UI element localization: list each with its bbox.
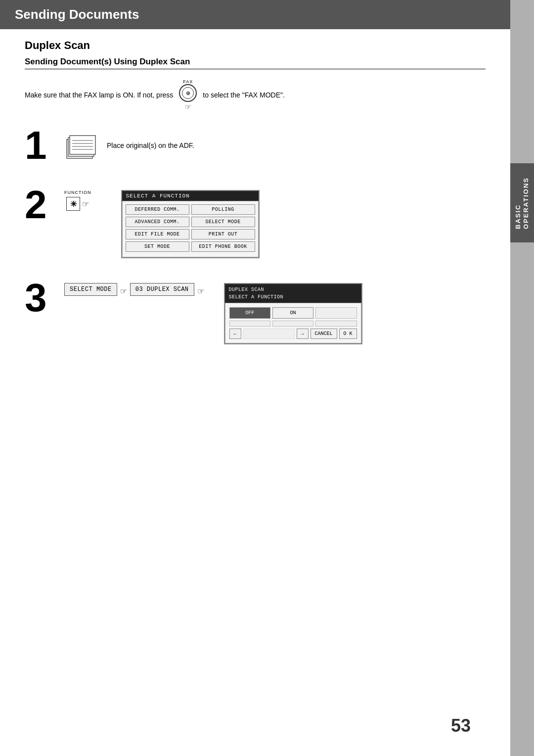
lcd-back-arrow[interactable]: ←	[229, 329, 241, 339]
lcd-header-step3: DUPLEX SCAN SELECT A FUNCTION	[225, 284, 361, 303]
lcd-row3-2	[229, 321, 357, 327]
lcd-btn-edit-phone[interactable]: EDIT PHONE BOOK	[191, 241, 255, 252]
lcd-btn-empty-4	[315, 321, 356, 327]
section-title: Duplex Scan	[25, 39, 486, 52]
duplex-scan-label: 03 DUPLEX SCAN	[135, 286, 189, 293]
fax-label: FAX	[183, 79, 193, 84]
lcd-header-step2: SELECT A FUNCTION	[122, 191, 259, 201]
lcd-footer-space	[243, 329, 295, 339]
lcd-cancel-btn[interactable]: CANCEL	[311, 329, 337, 339]
step-1-number: 1	[25, 126, 64, 165]
lcd-btn-empty-3	[272, 321, 313, 327]
function-button: ✳ ☞	[66, 197, 89, 211]
lcd-btn-off[interactable]: OFF	[229, 307, 270, 319]
step-1-body: Place original(s) on the ADF.	[64, 126, 486, 160]
lcd-ok-btn[interactable]: O K	[339, 329, 357, 339]
lcd-row-2: ADVANCED COMM. SELECT MODE	[126, 217, 255, 227]
step-3-body: SELECT MODE ☞ 03 DUPLEX SCAN ☞ DUPLEX	[64, 278, 486, 344]
select-mode-button[interactable]: SELECT MODE	[64, 283, 117, 296]
lcd-btn-deferred[interactable]: DEFERRED COMM.	[126, 204, 189, 215]
step-2-content: FUNCTION ✳ ☞ SELECT A FUNCTION DEFERRED …	[64, 190, 486, 258]
header-bar: Sending Documents	[0, 0, 510, 29]
lcd-btn-polling[interactable]: POLLING	[191, 204, 255, 215]
lcd-row-4: SET MODE EDIT PHONE BOOK	[126, 241, 255, 252]
lcd-header3-line2: SELECT A FUNCTION	[229, 293, 357, 301]
lcd-btn-edit-file[interactable]: EDIT FILE MODE	[126, 229, 189, 239]
lcd-screen-step2: SELECT A FUNCTION DEFERRED COMM. POLLING…	[121, 190, 260, 258]
adf-paper-svg	[64, 131, 99, 160]
page-number: 53	[451, 715, 471, 736]
svg-rect-2	[70, 136, 95, 154]
asterisk-icon: ✳	[66, 197, 80, 211]
hand-cursor-icon-3a: ☞	[120, 286, 127, 296]
page-title: Sending Documents	[15, 7, 495, 22]
fax-circle: ⊕	[179, 84, 197, 102]
main-content: Sending Documents Duplex Scan Sending Do…	[0, 0, 510, 756]
select-mode-label: SELECT MODE	[70, 286, 112, 293]
step-3-number: 3	[25, 278, 64, 318]
content-area: Duplex Scan Sending Document(s) Using Du…	[0, 39, 510, 344]
lcd-row-3: EDIT FILE MODE PRINT OUT	[126, 229, 255, 239]
step-2-body: FUNCTION ✳ ☞ SELECT A FUNCTION DEFERRED …	[64, 185, 486, 258]
lcd-row3-1: OFF ON	[229, 307, 357, 319]
lcd-footer: ← → CANCEL O K	[229, 329, 357, 339]
intro-text: Make sure that the FAX lamp is ON. If no…	[25, 79, 486, 111]
lcd-btn-select-mode[interactable]: SELECT MODE	[191, 217, 255, 227]
hand-cursor-icon-2: ☞	[82, 199, 89, 209]
step-1-description: Place original(s) on the ADF.	[107, 142, 194, 149]
lcd-header3-line1: DUPLEX SCAN	[229, 286, 357, 293]
step-3-content: SELECT MODE ☞ 03 DUPLEX SCAN ☞ DUPLEX	[64, 283, 486, 344]
duplex-scan-button[interactable]: 03 DUPLEX SCAN	[130, 283, 194, 296]
lcd-body-step3: OFF ON ←	[225, 303, 361, 343]
function-label: FUNCTION	[64, 190, 91, 195]
fax-button-icon: FAX ⊕ ☞	[179, 79, 197, 111]
step-3-buttons: SELECT MODE ☞ 03 DUPLEX SCAN ☞	[64, 283, 204, 296]
lcd-forward-arrow[interactable]: →	[297, 329, 309, 339]
fax-circle-inner: ⊕	[182, 87, 194, 99]
step-2-row: 2 FUNCTION ✳ ☞ SELECT A FUNCTION	[25, 185, 486, 258]
intro-before: Make sure that the FAX lamp is ON. If no…	[25, 91, 173, 99]
step-2-number: 2	[25, 185, 64, 225]
step-3-row: 3 SELECT MODE ☞ 03 DUPLEX SCAN	[25, 278, 486, 344]
adf-icon: Place original(s) on the ADF.	[64, 131, 486, 160]
sidebar-label: BASIC OPERATIONS	[514, 177, 530, 229]
lcd-btn-empty-2	[229, 321, 270, 327]
lcd-btn-advanced[interactable]: ADVANCED COMM.	[126, 217, 189, 227]
lcd-row-1: DEFERRED COMM. POLLING	[126, 204, 255, 215]
cursor-hand-icon: ☞	[185, 103, 191, 111]
intro-after: to select the "FAX MODE".	[203, 91, 285, 99]
step-3-left: SELECT MODE ☞ 03 DUPLEX SCAN ☞	[64, 283, 204, 296]
side-tab-dark: BASIC OPERATIONS	[510, 163, 534, 242]
lcd-screen-step3: DUPLEX SCAN SELECT A FUNCTION OFF ON	[224, 283, 362, 344]
sidebar-label-line1: BASIC	[514, 204, 522, 229]
lcd-btn-set-mode[interactable]: SET MODE	[126, 241, 189, 252]
lcd-btn-on[interactable]: ON	[272, 307, 313, 319]
lcd-body-step2: DEFERRED COMM. POLLING ADVANCED COMM. SE…	[122, 201, 259, 257]
side-tab: BASIC OPERATIONS	[510, 0, 534, 756]
step-2-left: FUNCTION ✳ ☞	[64, 190, 91, 211]
step-1-row: 1 Place original(s) on t	[25, 126, 486, 165]
sidebar-label-line2: OPERATIONS	[522, 177, 530, 229]
lcd-btn-empty-1	[315, 307, 356, 319]
lcd-btn-print-out[interactable]: PRINT OUT	[191, 229, 255, 239]
subsection-title: Sending Document(s) Using Duplex Scan	[25, 57, 486, 69]
hand-cursor-icon-3b: ☞	[197, 286, 204, 296]
